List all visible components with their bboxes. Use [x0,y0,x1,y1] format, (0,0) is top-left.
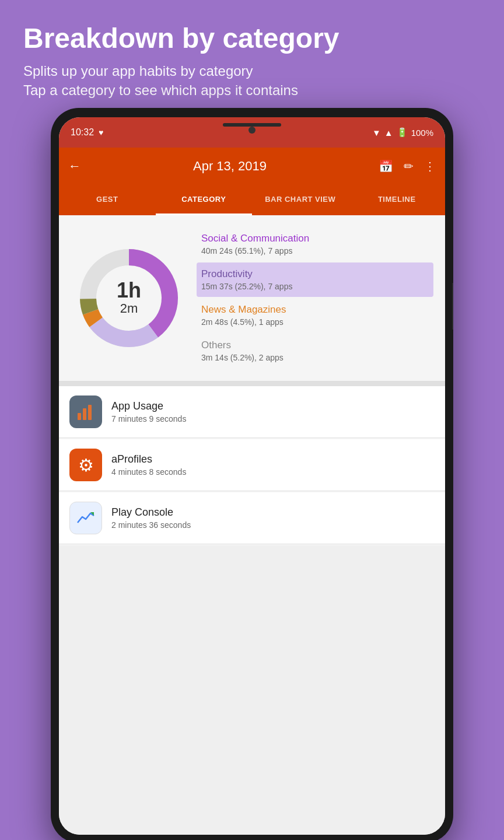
legend-others[interactable]: Others 3m 14s (5.2%), 2 apps [197,334,433,368]
app-item-aprofiles[interactable]: ⚙ aProfiles 4 minutes 8 seconds [59,439,445,491]
svg-rect-6 [83,408,86,420]
edit-icon[interactable]: ✏ [404,159,414,173]
aprofiles-gear-icon: ⚙ [78,455,94,475]
toolbar-icons: 📅 ✏ ⋮ [379,159,436,173]
tab-timeline[interactable]: TIMELINE [349,185,446,215]
heart-icon: ♥ [99,128,103,137]
app-time-usage: 7 minutes 9 seconds [111,414,186,424]
legend-social[interactable]: Social & Communication 40m 24s (65.1%), … [197,227,433,261]
content-area: 1h 2m Social & Communication 40m 24s (65… [59,215,445,835]
legend-section: Social & Communication 40m 24s (65.1%), … [197,227,433,369]
app-time-playconsole: 2 minutes 36 seconds [111,520,191,530]
header-section: Breakdown by category Splits up your app… [0,0,504,112]
legend-news-detail: 2m 48s (4.5%), 1 apps [201,317,429,327]
app-toolbar: ← Apr 13, 2019 📅 ✏ ⋮ [59,148,445,185]
legend-social-name: Social & Communication [201,233,429,244]
donut-hour: 1h [117,280,141,301]
battery-icon: 🔋 [397,127,408,138]
svg-rect-5 [78,413,81,420]
app-icon-playconsole [69,502,102,534]
app-name-playconsole: Play Console [111,506,191,519]
app-name-aprofiles: aProfiles [111,453,186,466]
phone-frame: 10:32 ♥ ▼ ▲ 🔋 100% ← Apr 13, 2019 📅 ✏ ⋮ [51,108,453,840]
app-info-aprofiles: aProfiles 4 minutes 8 seconds [111,453,186,477]
chart-section: 1h 2m Social & Communication 40m 24s (65… [59,215,445,382]
back-button[interactable]: ← [68,159,81,174]
header-title: Breakdown by category [23,23,481,54]
app-icon-aprofiles: ⚙ [69,449,102,481]
phone-screen: 10:32 ♥ ▼ ▲ 🔋 100% ← Apr 13, 2019 📅 ✏ ⋮ [59,117,445,835]
app-info-usage: App Usage 7 minutes 9 seconds [111,400,186,424]
tab-category[interactable]: CATEGORY [156,185,253,215]
legend-social-detail: 40m 24s (65.1%), 7 apps [201,246,429,256]
app-time-aprofiles: 4 minutes 8 seconds [111,467,186,477]
donut-chart: 1h 2m [71,240,187,356]
donut-center: 1h 2m [117,280,141,316]
app-item-playconsole[interactable]: Play Console 2 minutes 36 seconds [59,492,445,544]
side-button [452,283,453,330]
status-right: ▼ ▲ 🔋 100% [372,127,433,138]
legend-others-name: Others [201,340,429,351]
battery-percent: 100% [411,128,433,138]
svg-rect-7 [88,405,92,420]
app-item-usage[interactable]: App Usage 7 minutes 9 seconds [59,386,445,438]
legend-news-name: News & Magazines [201,304,429,316]
tab-gest[interactable]: GEST [59,185,156,215]
signal-icon: ▲ [384,128,393,138]
wifi-icon: ▼ [372,128,381,138]
toolbar-date: Apr 13, 2019 [90,159,369,174]
app-info-playconsole: Play Console 2 minutes 36 seconds [111,506,191,530]
time-display: 10:32 [71,127,94,138]
legend-productivity-detail: 15m 37s (25.2%), 7 apps [201,282,429,291]
header-subtitle: Splits up your app habits by category Ta… [23,61,481,100]
status-left: 10:32 ♥ [71,127,103,138]
legend-news[interactable]: News & Magazines 2m 48s (4.5%), 1 apps [197,298,433,332]
legend-productivity-name: Productivity [201,268,429,280]
calendar-icon[interactable]: 📅 [379,159,393,173]
legend-productivity[interactable]: Productivity 15m 37s (25.2%), 7 apps [197,262,433,297]
more-options-icon[interactable]: ⋮ [424,159,436,173]
donut-min: 2m [117,301,141,316]
camera [249,127,256,134]
app-name-usage: App Usage [111,400,186,412]
app-list: App Usage 7 minutes 9 seconds ⚙ aProfile… [59,386,445,545]
tab-bar: GEST CATEGORY BAR CHART VIEW TIMELINE [59,185,445,215]
legend-others-detail: 3m 14s (5.2%), 2 apps [201,353,429,362]
divider [59,382,445,386]
tab-bar-chart[interactable]: BAR CHART VIEW [252,185,349,215]
app-icon-usage [69,396,102,428]
